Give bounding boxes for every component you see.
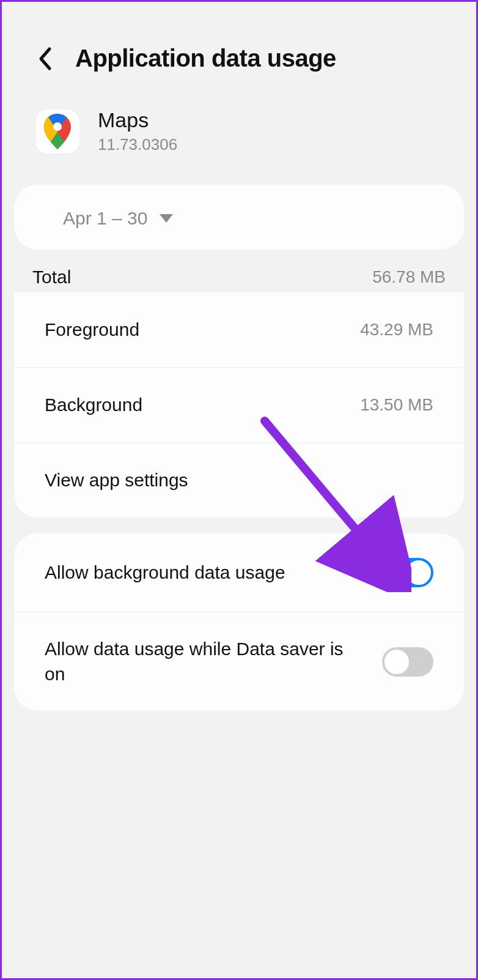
header: Application data usage [2, 2, 476, 97]
app-info-text: Maps 11.73.0306 [98, 109, 177, 154]
allow-background-data-label: Allow background data usage [45, 560, 285, 585]
app-name: Maps [98, 109, 177, 132]
toggles-card: Allow background data usage Allow data u… [14, 533, 464, 711]
page-title: Application data usage [75, 45, 336, 72]
svg-point-0 [53, 122, 62, 131]
total-row: Total 56.78 MB [2, 256, 476, 292]
allow-background-data-toggle[interactable] [382, 558, 433, 587]
view-app-settings-label: View app settings [45, 470, 188, 491]
background-value: 13.50 MB [360, 395, 433, 415]
usage-breakdown-card: Foreground 43.29 MB Background 13.50 MB … [14, 292, 464, 518]
allow-data-saver-row[interactable]: Allow data usage while Data saver is on [14, 612, 464, 711]
background-row: Background 13.50 MB [14, 368, 464, 443]
maps-app-icon [35, 110, 79, 154]
date-range-dropdown[interactable]: Apr 1 – 30 [14, 185, 464, 250]
allow-data-saver-label: Allow data usage while Data saver is on [45, 637, 350, 686]
toggle-knob [405, 559, 432, 586]
date-range-card: Apr 1 – 30 [14, 185, 464, 250]
back-icon[interactable] [32, 46, 57, 71]
allow-data-saver-toggle[interactable] [382, 647, 433, 677]
allow-background-data-row[interactable]: Allow background data usage [14, 533, 464, 612]
chevron-down-icon [160, 214, 173, 223]
foreground-value: 43.29 MB [360, 320, 433, 340]
foreground-row: Foreground 43.29 MB [14, 292, 464, 368]
total-label: Total [32, 267, 71, 288]
total-value: 56.78 MB [372, 267, 446, 287]
background-label: Background [45, 395, 142, 415]
app-version: 11.73.0306 [98, 135, 177, 154]
view-app-settings-row[interactable]: View app settings [14, 443, 464, 518]
app-info-row: Maps 11.73.0306 [2, 97, 476, 179]
toggle-knob [383, 648, 410, 675]
date-range-label: Apr 1 – 30 [63, 208, 147, 229]
foreground-label: Foreground [45, 319, 139, 340]
